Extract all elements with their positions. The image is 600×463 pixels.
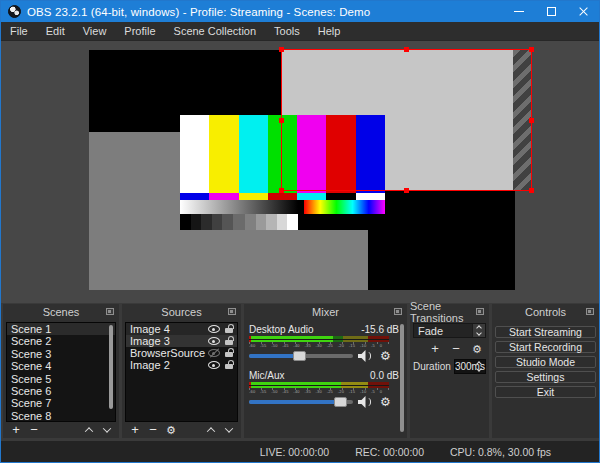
- duration-spinner[interactable]: [474, 360, 484, 373]
- channel-settings-gear-icon[interactable]: ⚙: [380, 349, 391, 363]
- start-streaming-button[interactable]: Start Streaming: [495, 326, 596, 338]
- combo-spinner[interactable]: [472, 324, 485, 337]
- scenes-scrollbar[interactable]: [109, 325, 113, 409]
- scenes-list[interactable]: Scene 1 Scene 2 Scene 3 Scene 4 Scene 5 …: [6, 322, 116, 422]
- maximize-button[interactable]: [535, 1, 567, 22]
- scenes-panel-title: Scenes: [43, 306, 80, 318]
- selection-handle-bottom-left[interactable]: [279, 188, 284, 193]
- menu-help[interactable]: Help: [309, 22, 350, 41]
- visibility-eye-icon[interactable]: [208, 361, 220, 369]
- scene-list-item[interactable]: Scene 7: [7, 397, 115, 409]
- meter-db-scale: -60 -55 -50 -45 -40 -35 -30 -25 -20 -15 …: [249, 388, 389, 394]
- scene-list-item[interactable]: Scene 6: [7, 385, 115, 397]
- minimize-button[interactable]: [503, 1, 535, 22]
- volume-slider-handle[interactable]: [334, 397, 347, 407]
- canvas-black-area-bottom: [368, 191, 515, 290]
- move-scene-up-button[interactable]: [80, 423, 98, 437]
- exit-button[interactable]: Exit: [495, 386, 596, 398]
- menu-profile[interactable]: Profile: [115, 22, 164, 41]
- menu-edit[interactable]: Edit: [37, 22, 74, 41]
- lock-icon[interactable]: [225, 364, 233, 369]
- visibility-eye-off-icon[interactable]: [208, 349, 220, 357]
- volume-slider[interactable]: [249, 354, 353, 358]
- move-source-down-button[interactable]: [220, 423, 238, 437]
- obs-logo-icon: [8, 5, 21, 18]
- transition-select[interactable]: Fade: [413, 323, 486, 338]
- remove-scene-button[interactable]: −: [25, 423, 43, 437]
- dock-icon[interactable]: [586, 308, 594, 315]
- channel-settings-gear-icon[interactable]: ⚙: [380, 395, 391, 409]
- selection-handle-bottom-right[interactable]: [529, 188, 534, 193]
- status-bar: LIVE: 00:00:00 REC: 00:00:00 CPU: 0.8%, …: [1, 441, 599, 462]
- visibility-eye-icon[interactable]: [208, 337, 220, 345]
- obs-window: OBS 23.2.1 (64-bit, windows) - Profile: …: [0, 0, 600, 463]
- menu-file[interactable]: File: [1, 22, 37, 41]
- studio-mode-button[interactable]: Studio Mode: [495, 356, 596, 368]
- scene-preview: [1, 41, 599, 303]
- channel-name: Desktop Audio: [249, 324, 314, 335]
- scene-list-item[interactable]: Scene 4: [7, 360, 115, 372]
- speaker-icon[interactable]: [358, 350, 373, 362]
- volume-slider[interactable]: [249, 400, 353, 404]
- close-button[interactable]: [567, 1, 599, 22]
- add-source-button[interactable]: +: [126, 423, 144, 437]
- source-list-item[interactable]: Image 4: [126, 323, 237, 335]
- menu-view[interactable]: View: [74, 22, 116, 41]
- source-list-item[interactable]: BrowserSource: [126, 347, 237, 359]
- smpte-gradient-row: [180, 200, 385, 214]
- source-selection-box[interactable]: [281, 49, 532, 191]
- dock-icon[interactable]: [476, 308, 484, 315]
- add-transition-button[interactable]: +: [426, 342, 444, 356]
- scene-list-item[interactable]: Scene 2: [7, 335, 115, 347]
- source-properties-button[interactable]: ⚙: [162, 423, 180, 437]
- smpte-grayscale-steps: [180, 214, 385, 230]
- dock-icon[interactable]: [228, 308, 236, 315]
- menu-tools[interactable]: Tools: [265, 22, 309, 41]
- mixer-channel-mic-aux: Mic/Aux 0.0 dB -60 -55 -50 -45 -40 -35 -…: [249, 370, 399, 408]
- move-scene-down-button[interactable]: [98, 423, 116, 437]
- source-list-item[interactable]: Image 2: [126, 359, 237, 371]
- duration-spinbox[interactable]: 300ms: [454, 359, 486, 374]
- remove-transition-button[interactable]: −: [447, 342, 465, 356]
- scenes-panel: Scenes Scene 1 Scene 2 Scene 3 Scene 4 S…: [3, 304, 119, 438]
- scene-list-item[interactable]: Scene 8: [7, 410, 115, 422]
- menu-scene-collection[interactable]: Scene Collection: [165, 22, 266, 41]
- remove-source-button[interactable]: −: [144, 423, 162, 437]
- dock-icon[interactable]: [394, 308, 402, 315]
- settings-button[interactable]: Settings: [495, 371, 596, 383]
- menu-bar: File Edit View Profile Scene Collection …: [1, 22, 599, 41]
- selection-handle-top-right[interactable]: [529, 47, 534, 52]
- lock-icon[interactable]: [225, 352, 233, 357]
- chevron-down-icon: [476, 330, 482, 336]
- mixer-scrollbar[interactable]: [400, 324, 404, 432]
- start-recording-button[interactable]: Start Recording: [495, 341, 596, 353]
- transition-properties-button[interactable]: ⚙: [468, 342, 486, 356]
- selection-handle-top-center[interactable]: [404, 47, 409, 52]
- title-bar: OBS 23.2.1 (64-bit, windows) - Profile: …: [1, 1, 599, 22]
- sources-toolbar: + − ⚙: [126, 422, 238, 437]
- scene-list-item[interactable]: Scene 1: [7, 323, 115, 335]
- chevron-down-icon: [103, 424, 111, 432]
- volume-slider-handle[interactable]: [293, 351, 306, 361]
- selection-handle-mid-right[interactable]: [529, 118, 534, 123]
- selection-handle-top-left[interactable]: [279, 47, 284, 52]
- lock-icon[interactable]: [225, 340, 233, 345]
- dock-icon[interactable]: [106, 308, 114, 315]
- scene-list-item[interactable]: Scene 5: [7, 373, 115, 385]
- lock-icon[interactable]: [225, 328, 233, 333]
- selection-handle-mid-left[interactable]: [279, 118, 284, 123]
- duration-label: Duration: [413, 361, 451, 372]
- scene-list-item[interactable]: Scene 3: [7, 348, 115, 360]
- close-icon: [578, 6, 589, 17]
- selection-handle-bottom-center[interactable]: [404, 188, 409, 193]
- controls-panel-title: Controls: [525, 306, 566, 318]
- channel-db-value: 0.0 dB: [370, 370, 399, 381]
- visibility-eye-icon[interactable]: [208, 325, 220, 333]
- chevron-down-icon: [476, 366, 482, 372]
- speaker-icon[interactable]: [358, 396, 373, 408]
- source-list-item[interactable]: Image 3: [126, 335, 237, 347]
- sources-list[interactable]: Image 4 Image 3 BrowserSource Image 2: [125, 322, 238, 422]
- move-source-up-button[interactable]: [202, 423, 220, 437]
- minimize-icon: [514, 11, 524, 12]
- add-scene-button[interactable]: +: [7, 423, 25, 437]
